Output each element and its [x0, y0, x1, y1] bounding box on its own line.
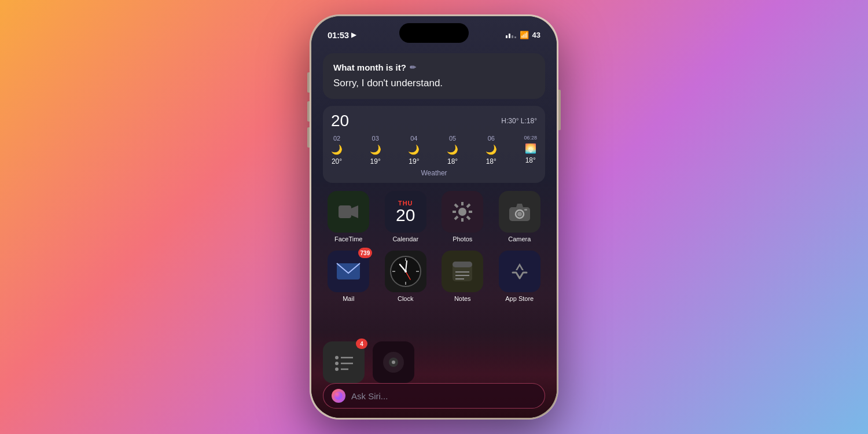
- app-item-calendar[interactable]: THU 20 Calendar: [380, 191, 432, 242]
- clock-label: Clock: [398, 295, 414, 302]
- reminders-badge: 4: [356, 339, 367, 349]
- svg-line-10: [455, 216, 458, 219]
- dock-row: 4: [323, 341, 545, 383]
- wifi-icon: 📶: [520, 31, 529, 39]
- svg-rect-0: [339, 205, 351, 218]
- appstore-label: App Store: [505, 295, 534, 302]
- siri-question: What month is it? ✏: [333, 62, 535, 72]
- weather-widget[interactable]: 20 H:30° L:18° 02 🌙 20° 03 🌙 19°: [323, 106, 545, 183]
- svg-point-32: [335, 367, 339, 371]
- dynamic-island: [399, 23, 469, 43]
- phone-outer: 01:53 ▶ 📶 43: [310, 14, 558, 420]
- notes-icon: [442, 251, 483, 292]
- dock-app-music[interactable]: [373, 341, 414, 383]
- app-grid-row1: FaceTime THU 20 Calendar: [323, 191, 545, 302]
- facetime-label: FaceTime: [334, 236, 363, 242]
- facetime-icon: [328, 191, 369, 233]
- appstore-icon-wrapper: [499, 251, 540, 292]
- camera-label: Camera: [508, 236, 531, 242]
- weather-label: Weather: [331, 169, 537, 177]
- facetime-icon-wrapper: [328, 191, 369, 233]
- phone-screen: 01:53 ▶ 📶 43: [311, 16, 557, 418]
- svg-line-8: [467, 216, 470, 219]
- battery-label: 43: [532, 31, 540, 39]
- mail-icon-wrapper: 739: [328, 251, 369, 292]
- signal-bar-3: [512, 35, 513, 38]
- svg-line-7: [455, 204, 458, 207]
- notes-icon-wrapper: [442, 251, 483, 292]
- svg-rect-26: [453, 262, 472, 267]
- weather-hour-3: 04 🌙 19°: [408, 135, 420, 165]
- photos-icon: [442, 191, 483, 233]
- siri-bar[interactable]: Ask Siri...: [323, 383, 545, 409]
- app-item-mail[interactable]: 739 Mail: [323, 251, 374, 302]
- appstore-icon: [499, 251, 540, 292]
- siri-popup: What month is it? ✏ Sorry, I don't under…: [323, 53, 545, 99]
- svg-marker-1: [351, 205, 358, 218]
- status-icons: 📶 43: [506, 31, 540, 39]
- clock-icon-wrapper: [385, 251, 426, 292]
- app-item-appstore[interactable]: App Store: [494, 251, 546, 302]
- photos-label: Photos: [453, 236, 472, 242]
- calendar-day-num: 20: [396, 207, 415, 224]
- svg-point-39: [334, 392, 343, 400]
- weather-hour-5: 06 🌙 18°: [486, 135, 497, 165]
- app-item-notes[interactable]: Notes: [437, 251, 488, 302]
- app-item-photos[interactable]: Photos: [437, 191, 488, 242]
- dock-app-reminders[interactable]: 4: [323, 341, 365, 383]
- calendar-icon-wrapper: THU 20: [385, 191, 426, 233]
- signal-bar-1: [506, 35, 507, 38]
- siri-edit-icon[interactable]: ✏: [410, 63, 416, 72]
- camera-icon-wrapper: [499, 191, 540, 233]
- svg-rect-14: [524, 209, 527, 211]
- svg-point-31: [335, 362, 339, 365]
- weather-hour-6: 06:28 🌅 18°: [524, 135, 537, 165]
- weather-header: 20 H:30° L:18°: [331, 112, 537, 130]
- weather-temp-big: 20: [331, 112, 349, 130]
- siri-placeholder: Ask Siri...: [351, 391, 388, 401]
- battery-box: 43: [532, 31, 540, 39]
- siri-logo: [332, 389, 345, 403]
- clock-icon: [385, 251, 426, 292]
- photos-icon-wrapper: [442, 191, 483, 233]
- weather-hour-1: 02 🌙 20°: [331, 135, 343, 165]
- signal-bar-2: [509, 34, 510, 38]
- location-icon: ▶: [351, 31, 356, 39]
- weather-hours: 02 🌙 20° 03 🌙 19° 04 🌙 19°: [331, 135, 537, 165]
- calendar-icon: THU 20: [385, 191, 426, 233]
- app-item-camera[interactable]: Camera: [494, 191, 546, 242]
- signal-bar-4: [514, 36, 516, 38]
- calendar-label: Calendar: [392, 236, 418, 242]
- status-time: 01:53: [328, 30, 349, 40]
- svg-point-38: [392, 361, 395, 364]
- camera-icon: [499, 191, 540, 233]
- weather-hl: H:30° L:18°: [501, 117, 537, 125]
- weather-hour-2: 03 🌙 19°: [370, 135, 381, 165]
- mail-label: Mail: [343, 295, 354, 302]
- svg-line-9: [467, 204, 470, 207]
- app-item-facetime[interactable]: FaceTime: [323, 191, 374, 242]
- signal-bars: [506, 31, 516, 38]
- svg-point-13: [517, 212, 522, 216]
- app-item-clock[interactable]: Clock: [380, 251, 432, 302]
- notes-label: Notes: [454, 295, 471, 302]
- svg-point-2: [458, 208, 466, 216]
- phone-wrapper: 01:53 ▶ 📶 43: [310, 14, 558, 420]
- svg-point-24: [404, 270, 407, 273]
- mail-badge: 739: [358, 248, 373, 258]
- svg-point-30: [335, 356, 339, 359]
- siri-response: Sorry, I don't understand.: [333, 77, 535, 90]
- weather-hour-4: 05 🌙 18°: [447, 135, 458, 165]
